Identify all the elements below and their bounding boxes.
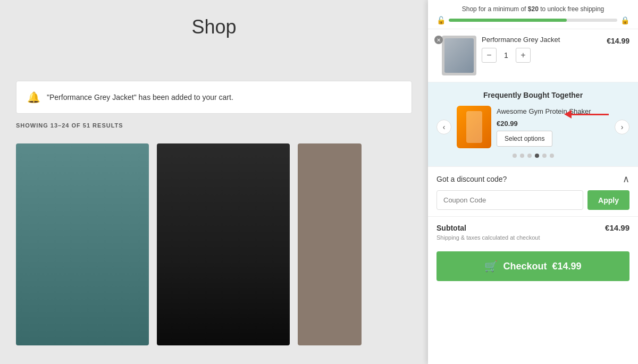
coupon-row: Apply [436,190,629,210]
cart-item-name: Performance Grey Jacket [482,36,601,44]
checkout-price: €14.99 [552,261,581,272]
product-card-partial[interactable] [298,143,362,345]
cart-item-price: €14.99 [607,36,629,45]
fbt-prev-button[interactable]: ‹ [436,120,451,134]
shipping-progress-section: Shop for a minimum of $20 to unlock free… [428,0,638,29]
discount-section: Got a discount code? ∧ Apply [428,166,638,216]
product-card-hoodie[interactable] [157,143,290,345]
product-grid [16,143,362,345]
cart-sidebar: Shop for a minimum of $20 to unlock free… [428,0,638,364]
fbt-dot-2[interactable] [520,154,524,158]
subtotal-amount: €14.99 [605,223,629,232]
fbt-product-image [457,106,491,148]
fbt-dots-nav [436,154,629,158]
notification-bar: 🔔 "Performance Grey Jacket" has been add… [16,81,412,114]
checkout-label: Checkout [503,261,547,272]
fbt-title: Frequently Bought Together [436,91,629,99]
select-options-button[interactable]: Select options [497,131,552,147]
shaker-shape [466,111,482,143]
remove-item-button[interactable]: ✕ [434,36,443,44]
fbt-dot-1[interactable] [513,154,517,158]
fbt-dot-4[interactable] [535,154,539,158]
checkout-button[interactable]: 🛒 Checkout €14.99 [436,251,629,281]
apply-coupon-button[interactable]: Apply [587,190,629,210]
discount-label: Got a discount code? [436,175,507,183]
lock-unlocked-icon: 🔓 [436,16,446,24]
subtotal-label: Subtotal [436,224,466,232]
quantity-decrease-button[interactable]: − [482,48,497,63]
subtotal-section: Subtotal €14.99 Shipping & taxes calcula… [428,216,638,247]
notification-text: "Performance Grey Jacket" has been added… [47,93,233,101]
fbt-dot-5[interactable] [542,154,547,158]
cart-icon: 🛒 [484,260,498,273]
fbt-section: Frequently Bought Together ‹ Awesome Gym… [428,82,638,166]
quantity-control: − 1 + [482,48,601,63]
shop-main-area: Shop 🔔 "Performance Grey Jacket" has bee… [0,0,428,364]
cart-item: ✕ Performance Grey Jacket − 1 + €14.99 [428,29,638,82]
arrow-line [572,114,609,115]
arrow-annotation [564,110,609,118]
bell-icon: 🔔 [27,91,40,104]
progress-bar-track [449,19,617,22]
cart-item-image [442,36,476,75]
fbt-dot-6[interactable] [550,154,554,158]
showing-results-text: SHOWING 13–24 OF 51 RESULTS [16,122,123,129]
jacket-thumbnail [444,38,474,73]
arrow-head [564,110,572,118]
fbt-dot-3[interactable] [527,154,532,158]
fbt-next-button[interactable]: › [615,120,629,134]
discount-toggle-icon: ∧ [623,173,629,185]
subtotal-row: Subtotal €14.99 [436,223,629,232]
quantity-increase-button[interactable]: + [516,48,531,63]
quantity-value: 1 [501,51,511,60]
progress-bar-fill [449,19,567,22]
shipping-progress-text: Shop for a minimum of $20 to unlock free… [436,5,629,13]
lock-locked-icon: 🔒 [620,16,629,24]
coupon-code-input[interactable] [436,190,583,210]
cart-item-details: Performance Grey Jacket − 1 + [482,36,601,63]
fbt-product-price: €20.99 [497,120,609,128]
discount-header[interactable]: Got a discount code? ∧ [436,173,629,185]
shop-title: Shop [0,0,428,49]
product-card-teal[interactable] [16,143,149,345]
shipping-note: Shipping & taxes calculated at checkout [436,234,629,241]
progress-bar-container: 🔓 🔒 [436,16,629,24]
